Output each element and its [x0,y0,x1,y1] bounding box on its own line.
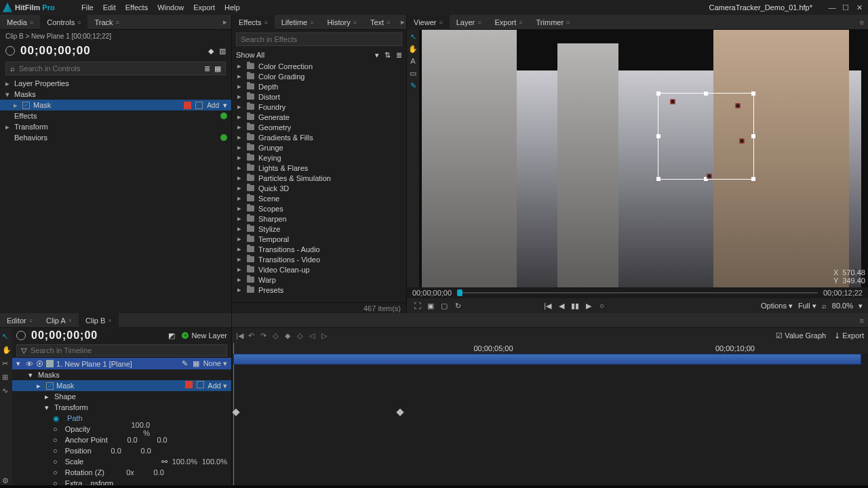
effects-category[interactable]: ▸Geometry [232,122,406,132]
menu-export[interactable]: Export [193,3,215,12]
mask-invert-icon[interactable] [197,381,204,388]
effects-category[interactable]: ▸Depth [232,81,406,92]
clip-bar[interactable] [233,354,861,365]
edit-icon[interactable]: ✎ [182,359,188,367]
controls-effects[interactable]: Effects [0,110,231,121]
tab-more-icon[interactable]: ▸ [219,18,231,26]
filter-icon[interactable]: ▽ [21,346,26,355]
viewer-stage[interactable]: X 570.48 Y 349.40 [419,30,868,287]
editor-tab-menu-icon[interactable]: ≡ [856,317,868,325]
kf-diamond-icon[interactable]: ◇ [273,331,281,340]
play-icon[interactable]: ▮▮ [570,301,580,310]
timeline-ruler[interactable]: 00;00;05;00 00;00;10;00 [232,343,868,354]
select-tool-icon[interactable]: ↖ [2,332,10,340]
rate-tool-icon[interactable]: ∿ [2,386,10,394]
effects-category[interactable]: ▸Lights & Flares [232,163,406,173]
slice-tool-icon[interactable]: ✂ [2,359,10,367]
zoom-dropdown-icon[interactable]: ▾ [859,302,863,310]
eye-icon[interactable]: 👁 [26,360,33,368]
effects-category[interactable]: ▸Particles & Simulation [232,173,406,183]
effects-category[interactable]: ▸Quick 3D [232,183,406,193]
viewer-quality[interactable]: Full ▾ [798,302,816,310]
layer-shape[interactable]: ▸Shape [12,391,231,402]
close-button[interactable]: ✕ [853,3,865,12]
safe-zones-icon[interactable]: ▣ [426,301,435,310]
prop-path[interactable]: ◉ Path [12,413,231,424]
tab-effects[interactable]: Effects≡ [232,15,275,30]
menu-window[interactable]: Window [157,3,184,12]
color-label-icon[interactable]: ◩ [168,331,175,340]
filter-dropdown-icon[interactable]: ▾ [375,51,379,60]
effects-category[interactable]: ▸Sharpen [232,214,406,224]
snap-tool-icon[interactable]: ⊞ [2,373,10,381]
minimize-button[interactable]: — [826,3,838,12]
next-kf-icon[interactable]: ↷ [260,331,269,340]
prev-kf-icon[interactable]: ↶ [248,331,256,340]
timeline-timecode[interactable]: 00;00;00;00 [31,329,98,342]
effects-category[interactable]: ▸Distort [232,92,406,102]
prop-scale[interactable]: ○ Scale⚯100.0%100.0% [12,456,231,467]
effects-category[interactable]: ▸Grunge [232,142,406,152]
maximize-button[interactable]: ☐ [840,3,852,12]
effects-category[interactable]: ▸Scopes [232,203,406,214]
effects-category[interactable]: ▸Gradients & Fills [232,132,406,142]
mask-mode[interactable]: Add [207,102,219,109]
rect-mask-tool-icon[interactable]: ▭ [409,69,417,77]
controls-timecode[interactable]: 00;00;00;00 [20,44,91,58]
link-icon[interactable]: ⚯ [161,458,167,466]
kf-add-icon[interactable]: ◆ [285,331,293,340]
tab-history[interactable]: History≡ [321,15,364,30]
blend-mode[interactable]: None [203,359,221,367]
controls-mask-item[interactable]: ▸ ✓ Mask Add ▾ [0,100,231,110]
keyframe-toggle-icon[interactable]: ◉ [53,414,60,423]
tab-viewer[interactable]: Viewer≡ [407,15,450,30]
tab-clip-b[interactable]: Clip B× [79,313,119,328]
effects-search-input[interactable] [241,35,397,43]
tab-text[interactable]: Text≡ [363,15,397,30]
effects-category[interactable]: ▸Warp [232,274,406,285]
controls-transform[interactable]: ▸Transform [0,121,231,132]
mask-color-swatch[interactable] [185,381,193,388]
effects-category[interactable]: ▸Video Clean-up [232,264,406,274]
layer-mask[interactable]: ▸ ✓ Mask Add ▾ [12,380,231,391]
controls-search[interactable]: ⌕ ≣ ▦ [5,62,226,75]
value-graph-toggle[interactable]: ☑ Value Graph [776,331,826,340]
hand-tool-icon[interactable]: ✋ [2,346,10,354]
menu-help[interactable]: Help [224,3,240,12]
effects-filter[interactable]: Show All [236,51,264,59]
tab-media[interactable]: Media≡ [0,15,40,30]
view-list-icon[interactable]: ≣ [204,64,210,73]
go-end-icon[interactable]: ○ [597,301,607,310]
view-icon[interactable]: ≣ [396,51,402,60]
menu-edit[interactable]: Edit [103,3,116,12]
timeline-playhead[interactable] [233,354,234,488]
mask-mode-dropdown-icon[interactable]: ▾ [223,101,227,110]
controls-masks[interactable]: ▾Masks [0,89,231,100]
mask-enabled-checkbox[interactable]: ✓ [22,102,30,109]
layer-mask-transform[interactable]: ▾Transform [12,402,231,413]
sort-icon[interactable]: ⇅ [384,51,391,60]
prop-anchor[interactable]: ○ Anchor Point0.00.0 [12,434,231,445]
keyframe-toggle-icon[interactable]: ○ [53,458,58,466]
fullscreen-icon[interactable]: ⛶ [412,301,422,310]
tab-export[interactable]: Export≡ [488,15,530,30]
snapshot-icon[interactable]: ▢ [439,301,449,310]
kf-nav-next-icon[interactable]: ▷ [321,331,330,340]
timeline-search[interactable]: ▽ [16,344,227,357]
scrub-track[interactable] [457,292,818,293]
viewer-scrubber[interactable]: 00;00;00;00 00;00;12;22 [407,287,868,298]
effects-category[interactable]: ▸Foundry [232,102,406,112]
tab-lifetime[interactable]: Lifetime≡ [275,15,321,30]
tab-controls[interactable]: Controls≡ [40,15,87,30]
add-behavior-icon[interactable] [220,134,227,141]
kf-nav-prev-icon[interactable]: ◁ [309,331,317,340]
keyframe-toggle-icon[interactable]: ○ [53,436,58,444]
keyframe-toggle-icon[interactable]: ○ [53,468,58,476]
mask-mode[interactable]: Add [208,382,221,390]
tab-layer[interactable]: Layer≡ [450,15,488,30]
effects-category[interactable]: ▸Scene [232,193,406,203]
keyframe-toggle-icon[interactable]: ○ [53,425,58,433]
next-frame-icon[interactable]: ▶ [584,301,593,310]
tab-track[interactable]: Track≡ [87,15,125,30]
controls-search-input[interactable] [19,64,200,73]
